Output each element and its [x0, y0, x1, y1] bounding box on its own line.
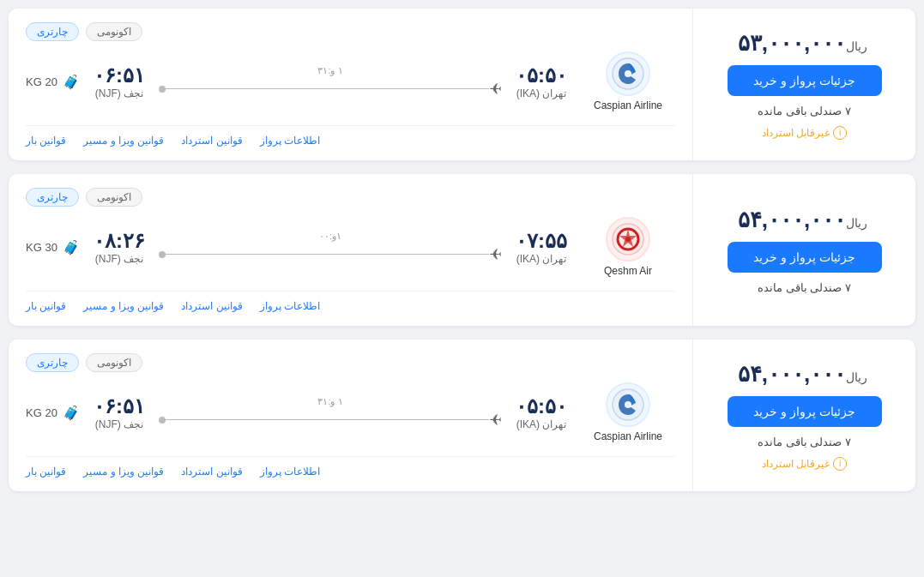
- flight-link[interactable]: قوانین استرداد: [181, 466, 242, 478]
- airline-logo: [606, 51, 650, 96]
- arrival-time: ۰۶:۵۱: [94, 394, 145, 418]
- baggage-weight: 20 KG: [26, 406, 57, 419]
- flight-link[interactable]: اطلاعات پرواز: [260, 300, 320, 312]
- flight-link[interactable]: قوانین بار: [26, 300, 66, 312]
- airline-info: Qeshm Air: [581, 217, 675, 277]
- economy-tag: اکونومی: [86, 188, 142, 207]
- price-value: ریال۵۴,۰۰۰,۰۰۰: [738, 361, 871, 388]
- svg-point-1: [625, 70, 631, 77]
- plane-icon: ✈: [489, 411, 502, 430]
- route-dot: [159, 86, 166, 93]
- flight-line: ۱ و:۳۱ ✈: [159, 65, 502, 99]
- route-dot: [159, 417, 166, 424]
- non-refundable-label[interactable]: i غیرقابل استرداد: [762, 457, 847, 471]
- flight-details: اکونومی چارتری Caspian Airline ۰۵:۵۰ تهر…: [9, 9, 692, 160]
- arrival-time: ۰۸:۲۶: [94, 229, 145, 253]
- tags-row: اکونومی چارتری: [26, 22, 675, 41]
- flight-link[interactable]: قوانین ویزا و مسیر: [83, 300, 164, 312]
- airline-name: Caspian Airline: [594, 430, 662, 442]
- departure-info: ۰۷:۵۵ تهران (IKA): [516, 229, 567, 265]
- buy-button[interactable]: جزئیات پرواز و خرید: [728, 242, 882, 273]
- airline-logo: [606, 382, 650, 427]
- departure-info: ۰۵:۵۰ تهران (IKA): [516, 394, 567, 430]
- currency-label: ریال: [846, 216, 867, 230]
- flight-line: ۱و:۰۰ ✈: [159, 231, 502, 264]
- arrival-info: ۰۶:۵۱ نجف (NJF): [94, 394, 145, 430]
- seats-info: ۷ صندلی باقی مانده: [758, 436, 851, 448]
- charter-tag: چارتری: [26, 188, 79, 207]
- departure-time: ۰۷:۵۵: [516, 229, 567, 253]
- baggage-icon: 🧳: [63, 74, 80, 90]
- flight-link[interactable]: قوانین بار: [26, 466, 66, 478]
- price-value: ریال۵۴,۰۰۰,۰۰۰: [738, 207, 871, 233]
- departure-city: تهران (IKA): [516, 418, 567, 430]
- flight-link[interactable]: اطلاعات پرواز: [260, 135, 320, 147]
- info-icon: i: [833, 457, 847, 471]
- baggage-icon: 🧳: [63, 405, 80, 421]
- departure-city: تهران (IKA): [516, 87, 567, 99]
- economy-tag: اکونومی: [86, 22, 142, 41]
- flight-path-line: ✈: [159, 411, 502, 430]
- buy-button[interactable]: جزئیات پرواز و خرید: [728, 396, 882, 427]
- flight-link[interactable]: قوانین استرداد: [181, 135, 242, 147]
- price-section: ریال۵۴,۰۰۰,۰۰۰ جزئیات پرواز و خرید ۷ صند…: [692, 340, 915, 491]
- duration-label: ۱ و:۳۱: [317, 65, 342, 76]
- tags-row: اکونومی چارتری: [26, 353, 675, 372]
- departure-info: ۰۵:۵۰ تهران (IKA): [516, 63, 567, 99]
- svg-point-6: [625, 401, 631, 408]
- currency-label: ریال: [846, 39, 867, 53]
- arrival-city: نجف (NJF): [94, 253, 145, 265]
- charter-tag: چارتری: [26, 22, 79, 41]
- baggage-weight: 30 KG: [26, 241, 57, 254]
- links-row: اطلاعات پروازقوانین استردادقوانین ویزا و…: [26, 291, 675, 312]
- route-row: Caspian Airline ۰۵:۵۰ تهران (IKA) ۱ و:۳۱…: [26, 382, 675, 442]
- flight-link[interactable]: قوانین ویزا و مسیر: [83, 135, 164, 147]
- plane-icon: ✈: [489, 245, 502, 264]
- charter-tag: چارتری: [26, 353, 79, 372]
- arrival-info: ۰۸:۲۶ نجف (NJF): [94, 229, 145, 265]
- airline-info: Caspian Airline: [581, 51, 675, 111]
- flight-link[interactable]: قوانین استرداد: [181, 300, 242, 312]
- flight-link[interactable]: اطلاعات پرواز: [260, 466, 320, 478]
- baggage-icon: 🧳: [63, 239, 80, 255]
- flight-path-line: ✈: [159, 245, 502, 264]
- currency-label: ریال: [846, 370, 867, 384]
- duration-label: ۱ و:۳۱: [317, 396, 342, 407]
- price-section: ریال۵۴,۰۰۰,۰۰۰ جزئیات پرواز و خرید ۷ صند…: [692, 174, 915, 326]
- route-line: [166, 254, 489, 255]
- economy-tag: اکونومی: [86, 353, 142, 372]
- links-row: اطلاعات پروازقوانین استردادقوانین ویزا و…: [26, 125, 675, 147]
- arrival-info: ۰۶:۵۱ نجف (NJF): [94, 63, 145, 99]
- route-line: [166, 419, 489, 421]
- departure-time: ۰۵:۵۰: [516, 63, 567, 87]
- flight-card-3: ریال۵۴,۰۰۰,۰۰۰ جزئیات پرواز و خرید ۷ صند…: [9, 340, 915, 491]
- flight-link[interactable]: قوانین ویزا و مسیر: [83, 466, 164, 478]
- baggage-info: 🧳 20 KG: [26, 405, 80, 421]
- flight-path-line: ✈: [159, 80, 502, 99]
- departure-time: ۰۵:۵۰: [516, 394, 567, 418]
- links-row: اطلاعات پروازقوانین استردادقوانین ویزا و…: [26, 456, 675, 478]
- buy-button[interactable]: جزئیات پرواز و خرید: [728, 65, 882, 96]
- non-refundable-label[interactable]: i غیرقابل استرداد: [762, 126, 847, 140]
- flight-line: ۱ و:۳۱ ✈: [159, 396, 502, 430]
- tags-row: اکونومی چارتری: [26, 188, 675, 207]
- flight-card-1: ریال۵۳,۰۰۰,۰۰۰ جزئیات پرواز و خرید ۷ صند…: [9, 9, 915, 160]
- seats-info: ۷ صندلی باقی مانده: [758, 105, 851, 117]
- airline-logo: [606, 217, 650, 261]
- flight-details: اکونومی چارتری Caspian Airline ۰۵:۵۰ تهر…: [9, 340, 692, 491]
- baggage-weight: 20 KG: [26, 75, 57, 88]
- info-icon: i: [833, 126, 847, 140]
- route-row: Qeshm Air ۰۷:۵۵ تهران (IKA) ۱و:۰۰ ✈: [26, 217, 675, 277]
- flight-card-2: ریال۵۴,۰۰۰,۰۰۰ جزئیات پرواز و خرید ۷ صند…: [9, 174, 915, 326]
- seats-info: ۷ صندلی باقی مانده: [758, 281, 851, 294]
- route-dot: [159, 251, 166, 258]
- plane-icon: ✈: [489, 80, 502, 99]
- flight-link[interactable]: قوانین بار: [26, 135, 66, 147]
- departure-city: تهران (IKA): [516, 253, 567, 265]
- flight-details: اکونومی چارتری Qeshm Air ۰۷:۵۵ تهران (IK…: [9, 174, 692, 326]
- arrival-city: نجف (NJF): [94, 87, 145, 99]
- svg-point-4: [625, 237, 631, 242]
- airline-name: Qeshm Air: [604, 265, 652, 277]
- price-section: ریال۵۳,۰۰۰,۰۰۰ جزئیات پرواز و خرید ۷ صند…: [692, 9, 915, 160]
- duration-label: ۱و:۰۰: [319, 231, 341, 242]
